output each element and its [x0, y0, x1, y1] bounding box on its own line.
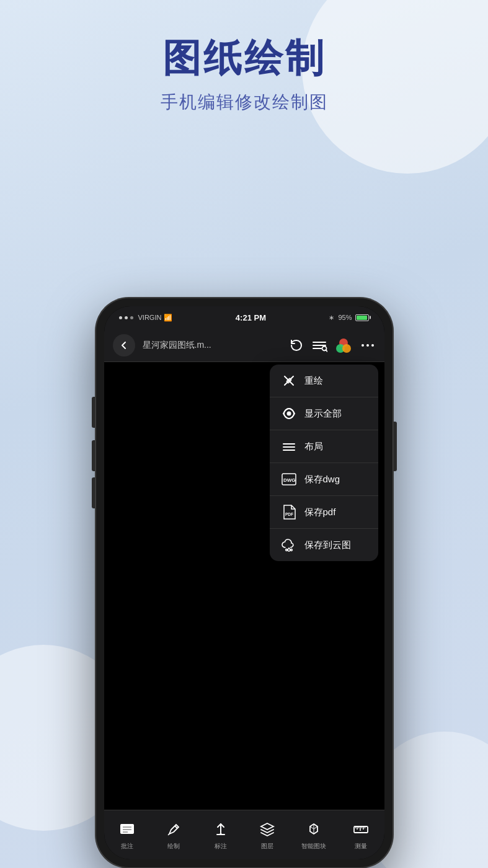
svg-rect-37: [354, 826, 368, 833]
measure-icon: [351, 820, 371, 839]
canvas-area: 重绘 显示全部: [104, 362, 384, 810]
layer-icon: [257, 820, 277, 839]
tab-layer[interactable]: 图层: [244, 820, 290, 851]
tab-measure[interactable]: 测量: [337, 820, 384, 851]
menu-redraw-label: 重绘: [304, 375, 323, 387]
signal-dot-2: [125, 316, 128, 319]
phone-screen: VIRGIN 📶 4:21 PM ∗ 95%: [104, 306, 384, 859]
save-cloud-icon: [281, 537, 297, 553]
svg-point-9: [366, 344, 369, 347]
signal-dot-3: [130, 316, 133, 319]
wifi-icon: 📶: [164, 314, 172, 322]
menu-item-save-cloud[interactable]: 保存到云图: [270, 529, 378, 561]
svg-point-8: [362, 344, 364, 347]
svg-point-24: [288, 549, 290, 551]
dropdown-menu: 重绘 显示全部: [270, 365, 378, 561]
menu-save-pdf-label: 保存pdf: [304, 507, 336, 518]
menu-item-show-all[interactable]: 显示全部: [270, 397, 378, 430]
menu-save-dwg-label: 保存dwg: [304, 474, 340, 485]
nav-bar: 星河家园图纸.m...: [104, 329, 384, 362]
svg-line-35: [168, 834, 169, 835]
tab-smart-block-label: 智能图块: [301, 842, 326, 851]
tab-smart-block[interactable]: 智能图块: [291, 820, 337, 851]
file-name-label: 星河家园图纸.m...: [143, 340, 282, 351]
save-dwg-icon: DWG: [281, 471, 297, 487]
svg-line-4: [326, 350, 327, 352]
show-all-icon: [281, 405, 297, 422]
svg-text:DWG: DWG: [283, 477, 296, 483]
save-pdf-icon: PDF: [281, 504, 297, 520]
svg-point-17: [286, 412, 291, 416]
menu-item-save-dwg[interactable]: DWG 保存dwg: [270, 463, 378, 496]
tab-bar: 批注 绘制: [104, 810, 384, 859]
tab-mark-label: 标注: [215, 842, 227, 851]
signal-dot-1: [119, 316, 122, 319]
annotation-icon: [117, 820, 137, 839]
redraw-icon: [281, 373, 297, 389]
menu-item-redraw[interactable]: 重绘: [270, 365, 378, 397]
undo-button[interactable]: [289, 338, 304, 353]
more-button[interactable]: [360, 338, 376, 353]
svg-point-7: [342, 344, 351, 353]
draw-icon: [164, 820, 184, 839]
time-label: 4:21 PM: [236, 313, 266, 322]
svg-text:PDF: PDF: [285, 512, 293, 516]
tab-measure-label: 测量: [355, 842, 367, 851]
tab-draw-label: 绘制: [167, 842, 180, 851]
battery-icon: [355, 314, 369, 321]
smart-block-icon: [304, 820, 324, 839]
tab-annotation-label: 批注: [121, 842, 133, 851]
menu-save-cloud-label: 保存到云图: [304, 539, 351, 551]
battery-fill: [357, 316, 366, 320]
color-button[interactable]: [335, 337, 352, 354]
carrier-label: VIRGIN: [138, 314, 162, 321]
back-button[interactable]: [113, 334, 135, 356]
phone-mockup: VIRGIN 📶 4:21 PM ∗ 95%: [95, 298, 393, 868]
status-bar: VIRGIN 📶 4:21 PM ∗ 95%: [104, 306, 384, 329]
menu-show-all-label: 显示全部: [304, 408, 342, 420]
tab-draw[interactable]: 绘制: [151, 820, 197, 851]
search-layers-button[interactable]: [311, 338, 327, 353]
menu-item-save-pdf[interactable]: PDF 保存pdf: [270, 496, 378, 529]
main-title: 图纸绘制: [0, 37, 488, 79]
tab-layer-label: 图层: [261, 842, 273, 851]
mark-icon: [211, 820, 231, 839]
bluetooth-icon: ∗: [329, 314, 334, 322]
svg-marker-36: [219, 833, 223, 835]
status-left: VIRGIN 📶: [119, 314, 173, 322]
layout-icon: [281, 438, 297, 454]
svg-point-10: [371, 344, 374, 347]
sub-title: 手机编辑修改绘制图: [0, 91, 488, 114]
tab-mark[interactable]: 标注: [197, 820, 244, 851]
menu-layout-label: 布局: [304, 441, 323, 453]
status-right: ∗ 95%: [329, 314, 369, 322]
phone-outer: VIRGIN 📶 4:21 PM ∗ 95%: [95, 298, 393, 868]
menu-item-layout[interactable]: 布局: [270, 430, 378, 463]
battery-text: 95%: [338, 314, 352, 321]
tab-annotation[interactable]: 批注: [104, 820, 151, 851]
header-section: 图纸绘制 手机编辑修改绘制图: [0, 0, 488, 114]
